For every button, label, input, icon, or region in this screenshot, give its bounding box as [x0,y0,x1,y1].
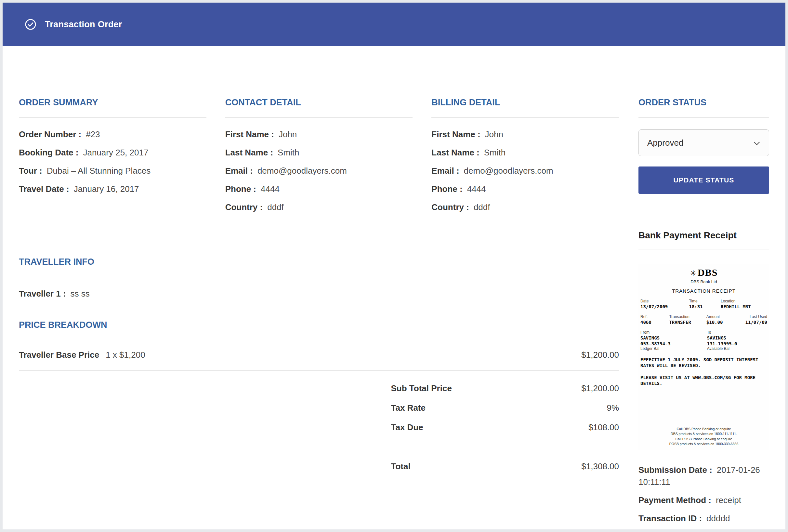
contact-detail-rows: First Name :John Last Name :Smith Email … [225,130,413,212]
receipt-row-from-to: From SAVINGS 053-38754-3 Ledger Bal To S… [641,330,767,351]
order-number-row: Order Number :#23 [19,130,206,139]
field-value: January 16, 2017 [74,184,139,194]
traveller-info-section: TRAVELLER INFO Traveller 1 :ss ss [19,257,619,298]
field-value: ss ss [71,289,90,298]
receipt-footer-line: Call POSB Phone Banking or enquire [641,437,767,441]
field-label: First Name : [225,130,274,139]
price-item-amount: $1,200.00 [581,350,619,360]
receipt-from-type: SAVINGS [641,335,707,340]
traveller-info-heading: TRAVELLER INFO [19,257,619,277]
field-label: Booking Date : [19,147,78,157]
receipt-spacer [641,387,767,427]
field-label: Email : [431,166,459,176]
country-row: Country :dddf [431,202,619,212]
field-value: ddddd [706,513,730,523]
total-row: Total $1,308.00 [19,449,619,486]
field-label: Order Number : [19,130,81,139]
field-label: Phone : [225,184,256,194]
price-item-left: Traveller Base Price1 x $1,200 [19,350,145,360]
tour-row: Tour :Dubai – All Stunning Places [19,166,206,176]
receipt-available-bal-label: Available Bal [707,346,767,351]
field-label: Tour : [19,166,42,176]
summary-amount: 9% [607,403,619,412]
email-row: Email :demo@goodlayers.com [225,166,413,176]
content: ORDER SUMMARY Order Number :#23 Booking … [3,46,785,529]
detail-columns: ORDER SUMMARY Order Number :#23 Booking … [19,98,619,220]
receipt-location-label: Location [721,299,767,303]
receipt-last-used: 11/07/09 [738,320,767,325]
receipt-transaction: TRANSFER [669,320,706,325]
field-value: dddf [474,202,490,212]
field-value: January 25, 2017 [83,147,148,157]
summary-label: Tax Rate [391,403,426,412]
main-panel: ORDER SUMMARY Order Number :#23 Booking … [19,98,619,529]
tour-link[interactable]: Dubai – All Stunning Places [47,166,151,176]
receipt-to-label: To [707,330,767,335]
tax-due-row: Tax Due $108.00 [19,423,619,432]
summary-label: Sub Total Price [391,384,452,393]
email-row: Email :demo@goodlayers.com [431,166,619,176]
receipt-ref: 4060 [641,320,669,325]
summary-label: Tax Due [391,423,423,432]
first-name-row: First Name :John [431,130,619,139]
billing-detail-heading: BILLING DETAIL [431,98,619,118]
field-label: Email : [225,166,253,176]
field-label: Country : [225,202,263,212]
order-summary-rows: Order Number :#23 Booking Date :January … [19,130,206,194]
receipt-date: 13/07/2009 [641,304,689,309]
page-title: Transaction Order [45,20,122,29]
receipt-ledger-bal-label: Ledger Bal [641,346,707,351]
travel-date-row: Travel Date :January 16, 2017 [19,184,206,194]
billing-detail-section: BILLING DETAIL First Name :John Last Nam… [431,98,619,220]
header-bar: Transaction Order [3,3,785,46]
contact-detail-section: CONTACT DETAIL First Name :John Last Nam… [225,98,413,220]
receipt-to-account: 131-13995-0 [707,341,767,346]
submission-date-row: Submission Date :2017-01-26 10:11:11 [638,464,769,488]
summary-amount: $108.00 [588,423,619,432]
field-label: First Name : [431,130,480,139]
field-label: Traveller 1 : [19,289,66,298]
field-label: Transaction ID : [638,513,702,523]
contact-detail-heading: CONTACT DETAIL [225,98,413,118]
receipt-from-label: From [641,330,707,335]
field-value: 4444 [261,184,280,194]
price-breakdown-heading: PRICE BREAKDOWN [19,320,619,340]
order-status-selected-value: Approved [647,138,683,148]
price-breakdown-section: PRICE BREAKDOWN Traveller Base Price1 x … [19,320,619,486]
receipt-footer-line: Call DBS Phone Banking or enquire [641,427,767,432]
update-status-button[interactable]: UPDATE STATUS [638,166,769,194]
price-line-item: Traveller Base Price1 x $1,200 $1,200.00 [19,340,619,371]
receipt-row-date-time-location: Date13/07/2009 Time18:31 LocationREDHILL… [641,299,767,309]
receipt-footer: Call DBS Phone Banking or enquire DBS pr… [641,427,767,447]
bank-receipt-image: ✳DBS DBS Bank Ltd TRANSACTION RECEIPT Da… [638,264,769,450]
field-label: Submission Date : [638,465,712,475]
receipt-location: REDHILL MRT [721,304,767,309]
dbs-logo-text: DBS [697,267,717,278]
summary-amount: $1,200.00 [581,384,619,393]
payment-info-rows: Submission Date :2017-01-26 10:11:11 Pay… [638,464,769,525]
traveller-info-rows: Traveller 1 :ss ss [19,289,619,298]
field-value: John [279,130,297,139]
field-value: 4444 [467,184,486,194]
order-status-panel: ORDER STATUS Approved UPDATE STATUS Bank… [638,98,769,529]
first-name-row: First Name :John [225,130,413,139]
order-summary-section: ORDER SUMMARY Order Number :#23 Booking … [19,98,206,220]
field-label: Travel Date : [19,184,69,194]
price-item-detail: 1 x $1,200 [106,350,145,360]
field-value: Smith [278,147,299,157]
last-name-row: Last Name :Smith [431,147,619,157]
transaction-id-row: Transaction ID :ddddd [638,512,769,525]
field-value: Smith [484,147,506,157]
receipt-time: 18:31 [689,304,721,309]
field-label: Country : [431,202,469,212]
receipt-footer-line: DBS products & services on 1800-111-1111… [641,432,767,436]
dbs-logo: ✳DBS [641,267,767,278]
receipt-amount-label: Amount [706,314,738,319]
chevron-down-icon [753,138,761,148]
price-item-label: Traveller Base Price [19,350,99,360]
order-status-select[interactable]: Approved [638,130,769,156]
subtotal-row: Sub Total Price $1,200.00 [19,384,619,393]
receipt-footer-line: POSB products & services on 1800-339-666… [641,441,767,447]
page: Transaction Order ORDER SUMMARY Order Nu… [3,3,785,529]
field-value: dddf [267,202,284,212]
